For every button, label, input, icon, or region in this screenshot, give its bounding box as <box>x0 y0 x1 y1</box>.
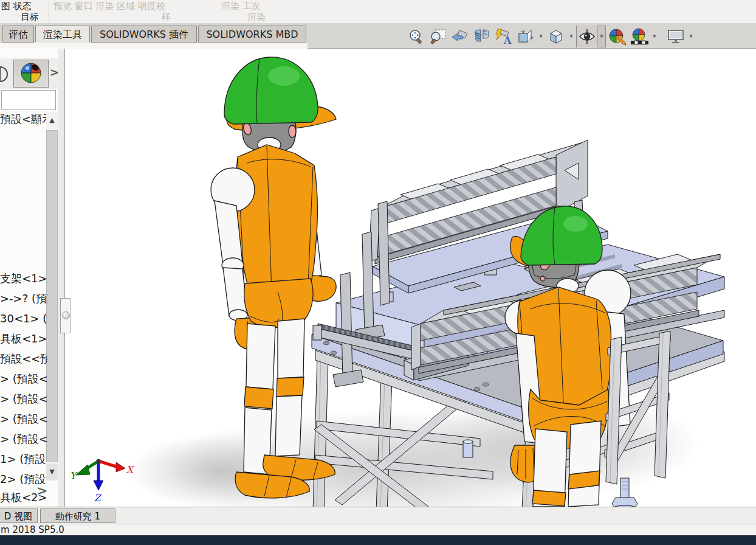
zoom-to-fit-icon[interactable] <box>406 26 427 47</box>
tree-item[interactable]: 1> (預設 <box>0 452 47 467</box>
tab-motion-study[interactable]: 動作研究 1 <box>40 509 115 523</box>
tab-evaluate[interactable]: 评估 <box>2 26 34 43</box>
previous-view-icon[interactable] <box>450 26 470 47</box>
display-state-header[interactable]: 預設<顯示 <box>0 112 46 127</box>
orientation-triad: X Y Z <box>70 459 134 504</box>
solidworks-window: 图 状态 目标 预览 窗口 渲染 区域 明度校 样 渲染 工次 渲染 评估 渲染… <box>0 0 756 545</box>
hide-show-items-icon[interactable] <box>577 26 598 47</box>
tree-item[interactable]: > (預設< <box>0 432 47 446</box>
view-settings-icon[interactable] <box>665 26 686 47</box>
tab-solidworks-mbd[interactable]: SOLIDWORKS MBD <box>198 26 306 43</box>
display-style-dropdown-arrow[interactable]: ▼ <box>568 26 575 47</box>
tree-item[interactable]: >->? (預設 <box>0 291 47 306</box>
status-version-text: m 2018 SP5.0 <box>0 524 64 535</box>
tree-item[interactable]: 預設<<預設 <box>0 352 47 366</box>
dynamic-annotation-views-icon[interactable]: A <box>493 26 514 47</box>
tree-item[interactable]: 支架<1> ( <box>0 271 47 286</box>
ribbon-divider <box>49 1 49 22</box>
triad-y-label: Y <box>70 470 78 481</box>
taskbar-strip <box>0 535 756 545</box>
apply-scene-dropdown-arrow[interactable]: ▼ <box>651 26 658 47</box>
hide-show-dropdown-arrow[interactable]: ▼ <box>598 26 605 47</box>
status-bar: m 2018 SP5.0 <box>0 524 756 535</box>
panel-splitter-handle[interactable] <box>60 298 70 333</box>
ribbon-render-tools-row2: 样 <box>162 12 171 23</box>
panel-tab-row: > <box>0 58 58 89</box>
display-states-box[interactable] <box>1 90 56 110</box>
view-orientation-dropdown-arrow[interactable]: ▼ <box>537 26 545 47</box>
tab-3d-views[interactable]: D 视图 <box>0 509 38 523</box>
appearance-sphere-icon <box>19 62 43 85</box>
splitter-grip-icon <box>62 311 70 319</box>
tree-item[interactable]: 具板<1> ( <box>0 332 47 346</box>
hide-show-items-button[interactable]: ▼ <box>576 26 606 47</box>
scrollbar-thumb[interactable] <box>46 130 58 462</box>
ribbon-group-left-line2[interactable]: 目标 <box>21 12 39 23</box>
tree-item[interactable]: > (預設< <box>0 372 47 386</box>
zoom-to-area-icon[interactable] <box>428 26 448 47</box>
panel-gutter <box>58 49 65 507</box>
display-style-icon[interactable] <box>546 26 566 47</box>
display-manager-tab-icon[interactable] <box>0 63 10 85</box>
flyout-tree-arrow[interactable]: > <box>36 483 47 498</box>
heads-up-toolbar: A ▼ ▼ ▼ <box>406 25 695 48</box>
ribbon: 图 状态 目标 预览 窗口 渲染 区域 明度校 样 渲染 工次 渲染 <box>0 0 756 23</box>
viewport-3d-scene[interactable]: X Y Z <box>65 49 756 507</box>
view-orientation-icon[interactable] <box>515 26 536 47</box>
edit-appearance-icon[interactable] <box>607 26 628 47</box>
tab-render-tools[interactable]: 渲染工具 <box>35 26 90 43</box>
tree-item[interactable]: > (預設< <box>0 412 47 426</box>
svg-text:A: A <box>503 35 512 45</box>
panel-top-strip <box>0 43 308 49</box>
ribbon-schedule-row1: 渲染 工次 <box>221 1 261 12</box>
view-settings-dropdown-arrow[interactable]: ▼ <box>687 26 695 47</box>
photoview-tab-button[interactable] <box>13 60 49 88</box>
ribbon-group-left-line1[interactable]: 图 状态 <box>1 1 32 12</box>
command-tab-strip: 评估 渲染工具 SOLIDWORKS 插件 SOLIDWORKS MBD <box>0 23 756 49</box>
ribbon-schedule-row2: 渲染 <box>247 12 266 23</box>
section-view-icon[interactable] <box>472 26 492 47</box>
tree-item[interactable]: 30<1> (預 <box>0 311 47 326</box>
triad-z-label: Z <box>94 493 102 504</box>
panel-expand-arrow[interactable]: > <box>50 66 58 78</box>
apply-scene-icon[interactable] <box>629 26 650 47</box>
scrollbar-up-arrow[interactable]: ▲ <box>46 112 58 129</box>
scrollbar-down-arrow[interactable]: ▼ <box>46 463 58 481</box>
ribbon-render-tools-row1: 预览 窗口 渲染 区域 明度校 <box>53 1 165 12</box>
feature-tree-panel: > 預設<顯示 ▲ ▼ 支架<1> ( >->? (預設 30<1> (預 具板… <box>0 49 58 507</box>
motion-study-tab-bar: D 视图 動作研究 1 <box>0 507 756 524</box>
graphics-viewport[interactable]: X Y Z <box>65 49 756 507</box>
tree-item[interactable]: > (預設< <box>0 392 47 406</box>
tab-solidworks-addins[interactable]: SOLIDWORKS 插件 <box>91 26 197 43</box>
